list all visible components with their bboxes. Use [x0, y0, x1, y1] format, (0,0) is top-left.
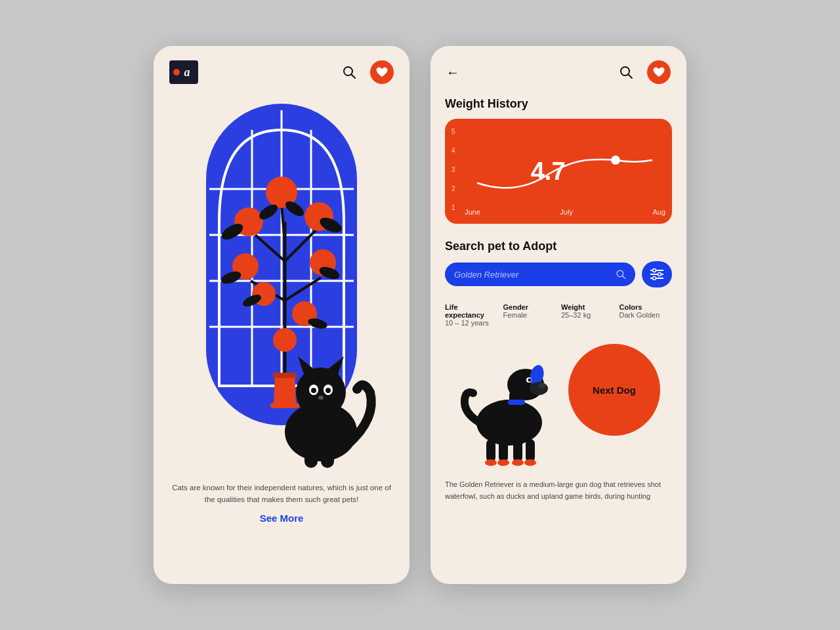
back-button[interactable]: ←: [446, 65, 459, 80]
weight-chart: 1 2 3 4 5 4.7 June July Aug: [445, 119, 672, 224]
y-label-4: 4: [452, 147, 455, 154]
chart-value: 4.7: [531, 158, 566, 186]
svg-rect-65: [486, 439, 495, 462]
x-label-june: June: [465, 208, 480, 216]
svg-point-71: [512, 459, 524, 466]
svg-point-42: [318, 396, 324, 400]
svg-rect-33: [273, 373, 297, 378]
life-label: Life expectancy: [445, 303, 498, 319]
favorite-button[interactable]: [370, 60, 394, 84]
colors-col: Colors Dark Golden: [620, 303, 673, 327]
svg-point-54: [658, 273, 662, 276]
svg-point-72: [524, 459, 536, 466]
weight-col: Weight 25–32 kg: [561, 303, 614, 327]
search-placeholder: Golden Retriever: [454, 270, 610, 280]
svg-point-47: [612, 156, 620, 164]
svg-line-49: [623, 276, 625, 279]
search-input[interactable]: Golden Retriever: [445, 262, 635, 286]
gender-value: Female: [503, 311, 556, 319]
svg-rect-66: [499, 439, 508, 462]
header-icons-right: [616, 60, 671, 84]
y-label-5: 5: [452, 128, 455, 135]
search-button-right[interactable]: [616, 62, 637, 83]
weight-label: Weight: [561, 303, 614, 311]
colors-label: Colors: [620, 303, 673, 311]
life-value: 10 – 12 years: [445, 319, 498, 327]
weight-title: Weight History: [445, 97, 672, 111]
colors-value: Dark Golden: [620, 311, 673, 319]
svg-rect-64: [508, 400, 525, 405]
life-expectancy-col: Life expectancy 10 – 12 years: [445, 303, 498, 327]
weight-value: 25–32 kg: [561, 311, 614, 319]
svg-point-60: [530, 382, 548, 395]
search-row: Golden Retriever: [445, 261, 672, 287]
svg-line-1: [352, 75, 356, 79]
favorite-button-right[interactable]: [647, 60, 671, 84]
svg-point-56: [476, 400, 542, 446]
search-button[interactable]: [339, 62, 360, 83]
left-header: a: [154, 46, 410, 91]
svg-point-70: [497, 459, 509, 466]
next-dog-button[interactable]: Next Dog: [568, 344, 660, 436]
gender-col: Gender Female: [503, 303, 556, 327]
weight-section: Weight History 1 2 3 4 5 4.7 June July A…: [430, 91, 686, 234]
cat-description: Cats are known for their independent nat…: [169, 482, 394, 506]
svg-rect-32: [270, 403, 299, 408]
svg-rect-68: [526, 439, 535, 462]
svg-point-23: [273, 328, 297, 352]
svg-point-63: [539, 383, 545, 388]
cat-illustration: [154, 91, 410, 471]
left-phone: a: [154, 46, 410, 584]
header-icons: [339, 60, 394, 84]
dog-section: Next Dog: [430, 331, 686, 475]
svg-point-53: [653, 269, 656, 272]
chart-x-labels: June July Aug: [465, 208, 665, 216]
right-header: ←: [430, 46, 686, 91]
svg-line-46: [629, 75, 633, 79]
y-label-1: 1: [452, 204, 455, 211]
svg-point-69: [485, 459, 497, 466]
y-label-3: 3: [452, 166, 455, 173]
svg-point-41: [326, 388, 331, 393]
svg-point-55: [653, 277, 656, 280]
next-dog-label: Next Dog: [593, 385, 636, 396]
logo-dot: [173, 69, 180, 75]
svg-rect-43: [304, 448, 318, 468]
svg-rect-44: [321, 448, 334, 468]
search-title: Search pet to Adopt: [445, 240, 672, 253]
gender-label: Gender: [503, 303, 556, 311]
logo: a: [169, 60, 198, 84]
svg-point-35: [296, 368, 346, 417]
search-section: Search pet to Adopt Golden Retriever: [430, 234, 686, 295]
svg-rect-67: [513, 439, 522, 462]
filter-button[interactable]: [642, 261, 672, 287]
info-row: Life expectancy 10 – 12 years Gender Fem…: [430, 295, 686, 331]
left-bottom: Cats are known for their independent nat…: [154, 471, 410, 537]
chart-y-labels: 1 2 3 4 5: [452, 128, 455, 211]
x-label-july: July: [560, 208, 573, 216]
svg-point-40: [311, 388, 316, 393]
svg-point-62: [528, 379, 532, 382]
logo-letter: a: [184, 66, 190, 79]
x-label-aug: Aug: [652, 208, 665, 216]
right-phone: ← Weight History 1 2 3 4: [430, 46, 686, 584]
y-label-2: 2: [452, 185, 455, 192]
dog-description: The Golden Retriever is a medium-large g…: [430, 475, 686, 506]
see-more-link[interactable]: See More: [169, 513, 394, 524]
